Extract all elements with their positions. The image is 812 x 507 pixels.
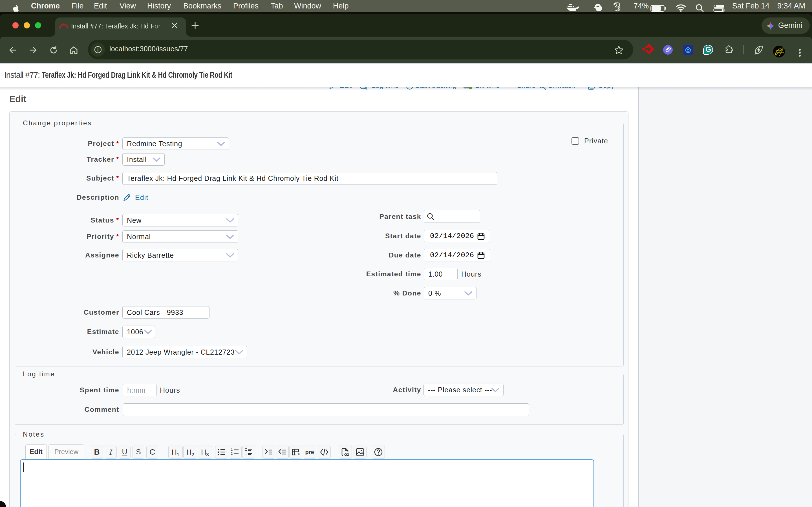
svg-text:Fabrication: Fabrication xyxy=(775,52,784,54)
svg-text:Barrette: Barrette xyxy=(776,50,782,52)
svg-text:1: 1 xyxy=(231,448,233,451)
svg-text:2: 2 xyxy=(231,452,233,455)
